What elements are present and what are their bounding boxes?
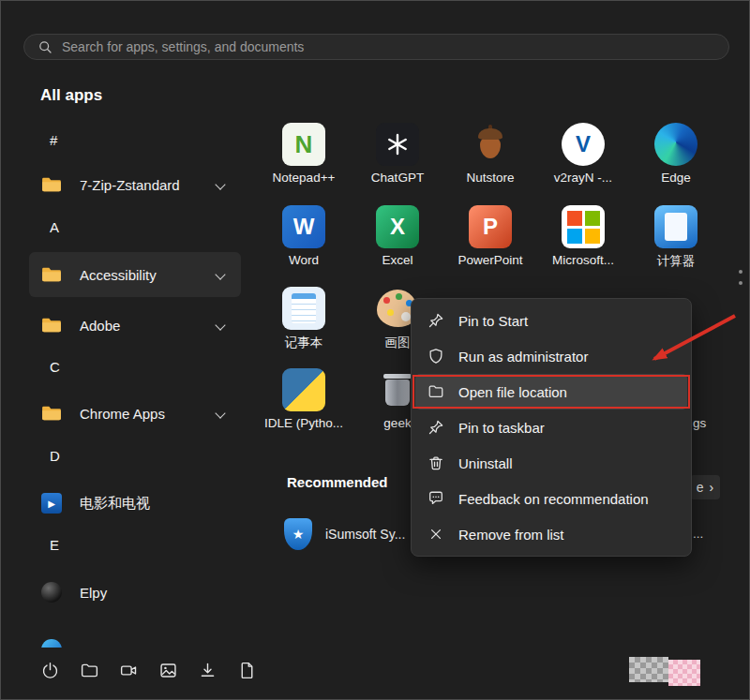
list-item-label: Accessibility bbox=[80, 267, 157, 283]
app-tile-nutstore[interactable]: Nutstore bbox=[445, 123, 535, 185]
all-apps-list: # 7-Zip-Zstandard A Accessibility Adobe … bbox=[29, 121, 241, 648]
folder-icon bbox=[40, 402, 63, 424]
app-tile-label: Nutstore bbox=[466, 171, 514, 185]
app-tile-idle-python[interactable]: IDLE (Pytho... bbox=[259, 368, 349, 430]
trash-icon bbox=[427, 454, 445, 472]
list-item-accessibility[interactable]: Accessibility bbox=[29, 252, 241, 297]
shield-icon bbox=[427, 347, 445, 365]
folder-open-icon bbox=[427, 382, 445, 401]
menu-item-remove-from-list[interactable]: Remove from list bbox=[415, 516, 687, 552]
chevron-down-icon bbox=[215, 179, 225, 189]
search-icon bbox=[38, 39, 52, 54]
app-tile-word[interactable]: W Word bbox=[259, 205, 349, 267]
app-tile-edge[interactable]: Edge bbox=[631, 123, 721, 185]
search-input[interactable]: Search for apps, settings, and documents bbox=[23, 34, 729, 60]
v2rayn-icon: V bbox=[562, 123, 605, 166]
menu-item-label: Pin to Start bbox=[458, 313, 528, 329]
app-tile-excel[interactable]: X Excel bbox=[352, 205, 442, 267]
app-tile-label: ChatGPT bbox=[371, 171, 424, 185]
pin-icon bbox=[427, 311, 445, 330]
recommended-title: Recommended bbox=[287, 474, 388, 490]
folder-icon bbox=[40, 314, 63, 336]
app-tile-label: Excel bbox=[382, 253, 412, 267]
app-tile-label: Notepad++ bbox=[273, 171, 336, 185]
letter-header[interactable]: A bbox=[29, 216, 241, 238]
menu-item-uninstall[interactable]: Uninstall bbox=[415, 445, 687, 481]
page-title: All apps bbox=[40, 86, 102, 105]
app-tile-label: IDLE (Pytho... bbox=[264, 416, 343, 430]
more-label-fragment: e bbox=[697, 480, 704, 495]
list-item-label: 电影和电视 bbox=[80, 495, 150, 513]
image-icon[interactable] bbox=[157, 659, 179, 681]
power-icon[interactable] bbox=[38, 659, 61, 681]
chevron-right-icon: › bbox=[710, 480, 714, 495]
pixelated-censor-block bbox=[629, 657, 668, 682]
feedback-icon bbox=[427, 489, 445, 508]
scroll-indicator-dot bbox=[739, 270, 742, 274]
app-tile-microsoft[interactable]: Microsoft... bbox=[538, 205, 628, 267]
document-icon[interactable] bbox=[235, 659, 258, 681]
isumsoft-shield-icon: ★ bbox=[284, 518, 312, 550]
app-tile-label: Microsoft... bbox=[552, 253, 614, 267]
context-menu: Pin to Start Run as administrator Open f… bbox=[411, 298, 692, 557]
app-tile-label: 画图 bbox=[385, 335, 411, 351]
menu-item-label: Pin to taskbar bbox=[458, 420, 545, 436]
recommended-item-isumsoft[interactable]: ★ iSumsoft Sy... bbox=[284, 518, 405, 550]
list-item-chrome-apps[interactable]: Chrome Apps bbox=[29, 391, 241, 436]
letter-header[interactable]: # bbox=[29, 128, 241, 151]
list-item-label: Adobe bbox=[80, 318, 120, 334]
list-item-label: 7-Zip-Zstandard bbox=[80, 177, 180, 193]
app-tile-label: geek bbox=[383, 416, 411, 430]
chinese-notepad-icon bbox=[282, 287, 325, 330]
scroll-indicator-dot bbox=[739, 281, 742, 285]
letter-header[interactable]: D bbox=[29, 444, 241, 467]
list-item-movies-tv[interactable]: ▶ 电影和电视 bbox=[29, 481, 241, 526]
folder-icon bbox=[40, 263, 63, 286]
app-tile-powerpoint[interactable]: P PowerPoint bbox=[445, 205, 535, 267]
notepad-plus-plus-icon: N bbox=[282, 123, 325, 166]
app-tile-chinese-notepad[interactable]: 记事本 bbox=[259, 287, 349, 351]
movies-tv-icon: ▶ bbox=[40, 492, 63, 514]
list-item-adobe[interactable]: Adobe bbox=[29, 303, 241, 348]
menu-item-run-as-administrator[interactable]: Run as administrator bbox=[415, 338, 687, 374]
menu-item-label: Feedback on recommendation bbox=[458, 491, 649, 507]
elpy-icon bbox=[40, 581, 63, 603]
video-camera-icon[interactable] bbox=[117, 659, 140, 681]
word-icon: W bbox=[282, 205, 325, 248]
app-tile-v2rayn[interactable]: V v2rayN -... bbox=[538, 123, 628, 185]
search-placeholder: Search for apps, settings, and documents bbox=[62, 39, 304, 54]
list-item-7zip-zstandard[interactable]: 7-Zip-Zstandard bbox=[29, 162, 241, 207]
idle-python-icon bbox=[282, 368, 325, 411]
list-item-elpy[interactable]: Elpy bbox=[29, 570, 241, 615]
download-icon[interactable] bbox=[196, 659, 218, 681]
chevron-down-icon bbox=[215, 408, 225, 418]
chevron-down-icon bbox=[215, 269, 225, 279]
folder-icon[interactable] bbox=[78, 659, 100, 681]
app-tile-label: 记事本 bbox=[285, 335, 323, 351]
letter-header[interactable]: C bbox=[29, 355, 241, 378]
letter-header[interactable]: E bbox=[29, 533, 241, 556]
app-tile-label: PowerPoint bbox=[458, 253, 522, 267]
app-tile-calculator[interactable]: 计算器 bbox=[631, 205, 721, 270]
app-tile-label: Word bbox=[289, 253, 319, 267]
menu-item-pin-to-taskbar[interactable]: Pin to taskbar bbox=[415, 410, 687, 445]
list-item-label: Chrome Apps bbox=[80, 406, 165, 422]
menu-item-pin-to-start[interactable]: Pin to Start bbox=[415, 303, 687, 338]
app-tile-chatgpt[interactable]: ChatGPT bbox=[352, 123, 442, 185]
start-menu-window: Search for apps, settings, and documents… bbox=[0, 0, 750, 700]
remove-x-icon bbox=[427, 525, 445, 544]
calculator-icon bbox=[654, 205, 698, 248]
chatgpt-icon bbox=[376, 123, 419, 166]
menu-item-feedback-on-recommendation[interactable]: Feedback on recommendation bbox=[415, 481, 687, 516]
list-item-partial[interactable] bbox=[29, 627, 241, 648]
menu-item-label: Run as administrator bbox=[458, 349, 588, 365]
menu-item-open-file-location[interactable]: Open file location bbox=[415, 374, 687, 410]
excel-icon: X bbox=[376, 205, 419, 248]
recommended-more-button[interactable]: e › bbox=[690, 475, 720, 499]
app-tile-notepadpp[interactable]: N Notepad++ bbox=[259, 123, 349, 185]
menu-item-label: Uninstall bbox=[458, 455, 513, 471]
app-tile-label: Edge bbox=[661, 171, 691, 185]
list-item-label: Elpy bbox=[80, 585, 107, 601]
chevron-down-icon bbox=[215, 320, 225, 330]
partial-grid-label: gs bbox=[693, 416, 706, 430]
